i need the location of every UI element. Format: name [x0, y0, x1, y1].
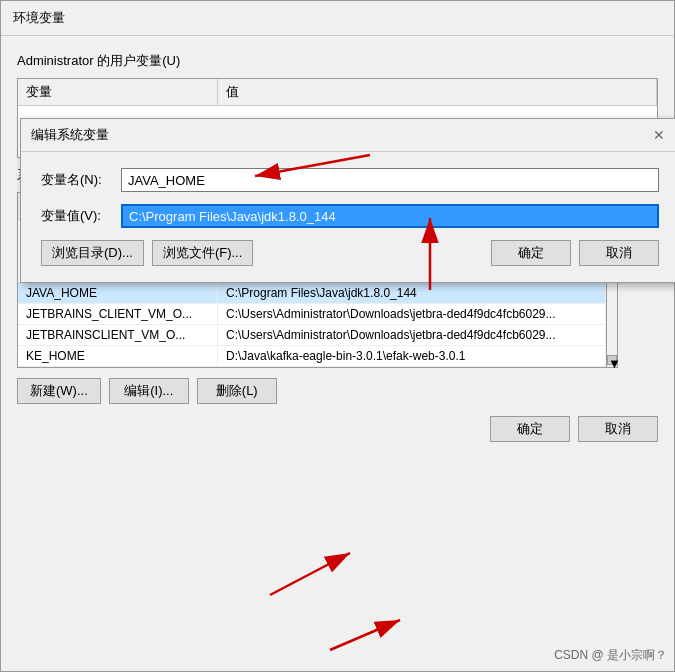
name-label: 变量名(N): — [41, 171, 121, 189]
table-row[interactable]: JETBRAINS_CLIENT_VM_O... C:\Users\Admini… — [18, 304, 606, 325]
dialog-title: 编辑系统变量 — [31, 126, 109, 144]
dialog-body: 变量名(N): 变量值(V): 浏览目录(D)... 浏览文件(F)... 确定… — [21, 152, 675, 282]
cancel-button[interactable]: 取消 — [578, 416, 658, 442]
user-col-val: 值 — [218, 79, 657, 105]
var-value-java-home: C:\Program Files\Java\jdk1.8.0_144 — [218, 283, 606, 303]
var-name: JETBRAINSCLIENT_VM_O... — [18, 325, 218, 345]
var-value: D:\Java\kafka-eagle-bin-3.0.1\efak-web-3… — [218, 346, 606, 366]
sys-vars-actions: 新建(W)... 编辑(I)... 删除(L) — [17, 378, 658, 404]
dialog-ok-button[interactable]: 确定 — [491, 240, 571, 266]
var-name: JETBRAINS_CLIENT_VM_O... — [18, 304, 218, 324]
browse-dir-button[interactable]: 浏览目录(D)... — [41, 240, 144, 266]
name-input[interactable] — [121, 168, 659, 192]
var-name-java-home: JAVA_HOME — [18, 283, 218, 303]
user-col-var: 变量 — [18, 79, 218, 105]
ok-button[interactable]: 确定 — [490, 416, 570, 442]
watermark: CSDN @ 是小宗啊？ — [554, 647, 667, 664]
browse-buttons: 浏览目录(D)... 浏览文件(F)... 确定 取消 — [41, 240, 659, 266]
env-vars-window: 环境变量 Administrator 的用户变量(U) 变量 值 系统变量(S)… — [0, 0, 675, 672]
browse-file-button[interactable]: 浏览文件(F)... — [152, 240, 253, 266]
edit-button[interactable]: 编辑(I)... — [109, 378, 189, 404]
table-row[interactable]: KE_HOME D:\Java\kafka-eagle-bin-3.0.1\ef… — [18, 346, 606, 367]
edit-dialog: 编辑系统变量 ✕ 变量名(N): 变量值(V): 浏览目录(D)... 浏览文件… — [20, 118, 675, 283]
value-row: 变量值(V): — [41, 204, 659, 228]
user-table-header: 变量 值 — [18, 79, 657, 106]
dialog-cancel-button[interactable]: 取消 — [579, 240, 659, 266]
new-button[interactable]: 新建(W)... — [17, 378, 101, 404]
spacer — [261, 240, 483, 266]
value-label: 变量值(V): — [41, 207, 121, 225]
dialog-title-bar: 编辑系统变量 ✕ — [21, 119, 675, 152]
delete-button[interactable]: 删除(L) — [197, 378, 277, 404]
table-row-java-home[interactable]: JAVA_HOME C:\Program Files\Java\jdk1.8.0… — [18, 283, 606, 304]
var-value: C:\Users\Administrator\Downloads\jetbra-… — [218, 325, 606, 345]
name-row: 变量名(N): — [41, 168, 659, 192]
bottom-buttons: 确定 取消 — [17, 416, 658, 442]
var-value: C:\Users\Administrator\Downloads\jetbra-… — [218, 304, 606, 324]
table-row[interactable]: JETBRAINSCLIENT_VM_O... C:\Users\Adminis… — [18, 325, 606, 346]
var-name: KE_HOME — [18, 346, 218, 366]
close-button[interactable]: ✕ — [649, 125, 669, 145]
user-vars-label: Administrator 的用户变量(U) — [17, 52, 658, 70]
scrollbar-down[interactable]: ▼ — [607, 355, 617, 365]
value-input[interactable] — [121, 204, 659, 228]
bg-title-text: 环境变量 — [13, 9, 65, 27]
bg-title-bar: 环境变量 — [1, 1, 674, 36]
